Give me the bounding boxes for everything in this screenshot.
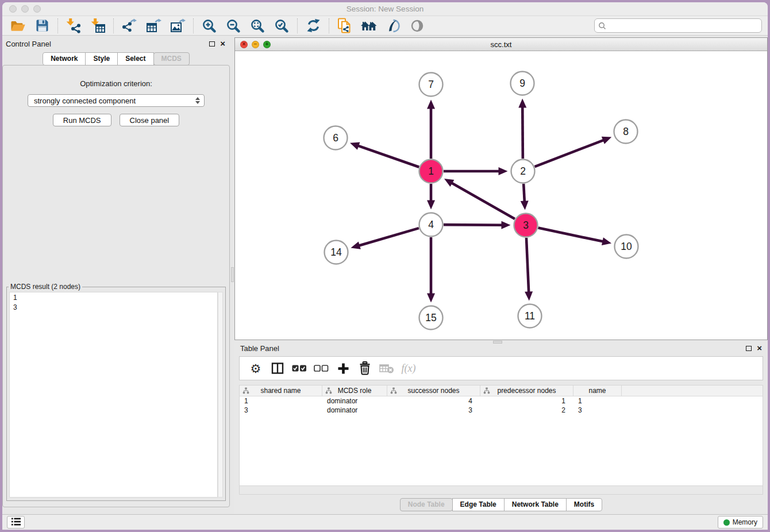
table-cell[interactable]: 1 [240, 396, 322, 406]
graph-node-1[interactable]: 1 [419, 160, 443, 183]
table-row[interactable]: 3dominator323 [240, 406, 763, 415]
zoom-window-button[interactable] [33, 5, 41, 13]
view-splitter-handle[interactable] [493, 341, 502, 344]
add-column-button[interactable] [334, 358, 352, 378]
tab-style[interactable]: Style [85, 52, 118, 65]
graph-edge-4-15[interactable] [427, 237, 435, 303]
memory-button[interactable]: Memory [718, 516, 763, 529]
graph-node-15[interactable]: 15 [419, 306, 443, 330]
zoom-selected-button[interactable] [270, 17, 294, 34]
task-history-button[interactable] [7, 516, 25, 529]
graph-node-6[interactable]: 6 [324, 126, 348, 150]
import-table-button[interactable] [86, 17, 110, 34]
node-label: 2 [520, 165, 526, 177]
close-mcds-panel-button[interactable]: Close panel [120, 114, 180, 126]
graph-edge-4-14[interactable] [351, 228, 418, 249]
graph-node-4[interactable]: 4 [419, 213, 443, 237]
graph-edge-1-6[interactable] [350, 142, 419, 167]
graph-node-8[interactable]: 8 [614, 120, 638, 144]
column-header-shared-name[interactable]: shared name [240, 385, 322, 396]
tab-edge-table[interactable]: Edge Table [452, 498, 505, 511]
graph-edge-2-3[interactable] [521, 184, 529, 210]
result-scrollbar[interactable] [218, 292, 223, 498]
tab-select[interactable]: Select [117, 52, 153, 65]
float-table-panel-button[interactable] [746, 346, 752, 351]
graph-edge-3-10[interactable] [538, 228, 612, 246]
graph-node-2[interactable]: 2 [511, 160, 535, 183]
tab-network[interactable]: Network [43, 52, 86, 65]
delete-columns-button[interactable] [356, 358, 374, 378]
close-table-panel-button[interactable]: × [757, 345, 762, 352]
minimize-view-button[interactable]: − [252, 41, 259, 48]
tab-node-table[interactable]: Node Table [400, 498, 453, 511]
export-network-button[interactable] [117, 17, 141, 34]
float-control-panel-button[interactable] [209, 41, 215, 47]
search-icon [598, 22, 606, 30]
graph-edge-3-11[interactable] [525, 238, 533, 301]
node-label: 4 [428, 219, 434, 230]
table-cell[interactable]: 2 [480, 406, 573, 415]
close-view-button[interactable]: × [240, 41, 248, 48]
graph-node-14[interactable]: 14 [325, 241, 348, 264]
table-cell[interactable]: dominator [322, 396, 387, 406]
run-mcds-button[interactable]: Run MCDS [53, 114, 111, 126]
close-control-panel-button[interactable]: × [220, 40, 225, 47]
search-input[interactable] [609, 22, 758, 30]
split-columns-button[interactable] [269, 358, 286, 378]
graph-edge-4-3[interactable] [444, 221, 511, 229]
table-cell[interactable]: 1 [480, 396, 573, 406]
graph-node-11[interactable]: 11 [518, 304, 542, 328]
export-image-button[interactable] [165, 17, 190, 34]
column-header-predecessor-nodes[interactable]: predecessor nodes [480, 385, 573, 396]
refresh-button[interactable] [301, 17, 325, 34]
graph-edge-1-4[interactable] [427, 184, 435, 210]
graph-edge-2-9[interactable] [518, 98, 526, 159]
graph-node-10[interactable]: 10 [615, 235, 638, 259]
graph-edge-3-1[interactable] [444, 179, 515, 219]
graph-node-9[interactable]: 9 [511, 72, 534, 95]
search-box[interactable] [594, 18, 762, 33]
panel-splitter-handle[interactable] [231, 267, 234, 282]
graph-node-7[interactable]: 7 [419, 73, 443, 97]
import-network-button[interactable] [61, 17, 86, 34]
zoom-in-button[interactable] [197, 17, 221, 34]
table-cell[interactable]: 1 [573, 396, 622, 406]
mcds-panel: Optimization criterion: strongly connect… [2, 65, 230, 507]
import-table-icon [90, 18, 106, 33]
unselect-all-columns-button[interactable] [313, 358, 330, 378]
open-file-button[interactable] [6, 17, 30, 34]
clone-network-button[interactable] [333, 17, 357, 34]
show-hide-graphics-button[interactable] [381, 17, 405, 34]
close-window-button[interactable] [9, 5, 17, 13]
tab-motifs[interactable]: Motifs [566, 498, 602, 511]
home-button[interactable] [357, 17, 381, 34]
table-horizontal-scrollbar[interactable] [239, 486, 763, 495]
table-panel-tabs: Node TableEdge TableNetwork TableMotifs [234, 498, 768, 511]
maximize-view-button[interactable]: + [263, 41, 271, 48]
table-cell[interactable]: 3 [387, 406, 480, 415]
settings-button[interactable]: ⚙ [247, 358, 264, 378]
graph-edge-1-7[interactable] [427, 100, 435, 159]
table-cell[interactable]: dominator [322, 406, 387, 415]
table-cell[interactable]: 3 [573, 406, 622, 415]
mcds-result-list[interactable]: 1 3 [9, 292, 218, 498]
tab-mcds[interactable]: MCDS [153, 52, 190, 65]
table-row[interactable]: 1dominator411 [240, 396, 763, 406]
table-cell[interactable]: 4 [387, 396, 480, 406]
export-table-button[interactable] [141, 17, 165, 34]
graph-edge-1-2[interactable] [444, 167, 508, 175]
minimize-window-button[interactable] [21, 5, 29, 13]
graph-edge-2-8[interactable] [535, 137, 612, 167]
zoom-fit-button[interactable] [245, 17, 270, 34]
graph-node-3[interactable]: 3 [514, 214, 538, 237]
save-session-button[interactable] [30, 17, 54, 34]
zoom-out-button[interactable] [221, 17, 245, 34]
table-cell[interactable]: 3 [240, 406, 322, 415]
tab-network-table[interactable]: Network Table [504, 498, 567, 511]
column-header-name[interactable]: name [573, 385, 622, 396]
column-header-successor-nodes[interactable]: successor nodes [387, 385, 480, 396]
network-canvas[interactable]: 7968124314101511 [235, 51, 767, 340]
criterion-dropdown[interactable]: strongly connected component [28, 94, 205, 107]
column-header-mcds-role[interactable]: MCDS role [322, 385, 387, 396]
select-all-columns-button[interactable] [291, 358, 308, 378]
